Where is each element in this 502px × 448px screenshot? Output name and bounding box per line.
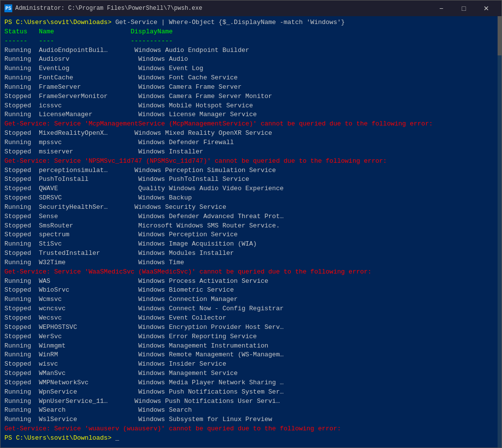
name-sep: ---- xyxy=(39,37,54,45)
error-line: Get-Service: Service 'WaaSMedicSvc (WaaS… xyxy=(4,268,498,277)
status-sep: ------ xyxy=(4,37,27,45)
list-item: Stopped WerSvc Windows Error Reporting S… xyxy=(4,332,498,342)
error-line: Get-Service: Service 'McpManagementServi… xyxy=(4,120,498,129)
final-prompt: PS C:\Users\sovit\Downloads> xyxy=(4,434,111,442)
command-text: Get-Service | Where-Object {$_.DisplayNa… xyxy=(111,19,345,26)
name-header: Name xyxy=(39,28,54,35)
list-item: Running WinRM Windows Remote Management … xyxy=(4,350,498,360)
list-item: Stopped spectrum Windows Perception Serv… xyxy=(4,230,498,240)
title-bar-controls: − □ ✕ xyxy=(430,0,498,16)
terminal-output: PS C:\Users\sovit\Downloads> Get-Service… xyxy=(0,16,502,448)
list-item: Stopped msiserver Windows Installer xyxy=(4,148,498,157)
displayname-header: DisplayName xyxy=(130,28,173,35)
list-item: Stopped wcncsvc Windows Connect Now - Co… xyxy=(4,304,498,314)
list-item: Stopped Wecsvc Windows Event Collector xyxy=(4,314,498,323)
powershell-window: PS Administrator: C:\Program Files\Power… xyxy=(0,0,502,448)
final-prompt-line: PS C:\Users\sovit\Downloads> _ xyxy=(4,434,498,443)
list-item: Running LicenseManager Windows License M… xyxy=(4,110,498,120)
list-item: Stopped FrameServerMonitor Windows Camer… xyxy=(4,92,498,101)
close-button[interactable]: ✕ xyxy=(475,0,498,16)
display-sep: ----------- xyxy=(130,37,173,45)
title-bar: PS Administrator: C:\Program Files\Power… xyxy=(0,0,502,16)
list-item: Running StiSvc Windows Image Acquisition… xyxy=(4,240,498,249)
list-item: Running mpssvc Windows Defender Firewall xyxy=(4,138,498,148)
list-item: Stopped SmsRouter Microsoft Windows SMS … xyxy=(4,222,498,231)
list-item: Stopped MixedRealityOpenX… Windows Mixed… xyxy=(4,129,498,138)
title-bar-text: Administrator: C:\Program Files\PowerShe… xyxy=(15,5,202,12)
list-item: Running WslService Windows Subsystem for… xyxy=(4,415,498,424)
list-item: Running WAS Windows Process Activation S… xyxy=(4,277,498,286)
list-item: Running AudioEndpointBuil… Windows Audio… xyxy=(4,46,498,55)
list-item: Running WpnService Windows Push Notifica… xyxy=(4,388,498,397)
list-item: Stopped SDRSVC Windows Backup xyxy=(4,194,498,203)
list-item: Running SecurityHealthSer… Windows Secur… xyxy=(4,203,498,212)
list-item: Running FrameServer Windows Camera Frame… xyxy=(4,83,498,92)
list-item: Stopped PushToInstall Windows PushToInst… xyxy=(4,175,498,184)
list-item: Stopped WMPNetworkSvc Windows Media Play… xyxy=(4,378,498,388)
scrollbar-thumb[interactable] xyxy=(498,16,502,55)
list-item: Stopped Sense Windows Defender Advanced … xyxy=(4,212,498,222)
list-item: Running Wcmsvc Windows Connection Manage… xyxy=(4,295,498,304)
prompt-ps: PS C:\Users\sovit\Downloads> xyxy=(4,19,111,26)
title-bar-left: PS Administrator: C:\Program Files\Power… xyxy=(4,4,202,12)
list-item: Stopped TrustedInstaller Windows Modules… xyxy=(4,249,498,258)
status-header: Status xyxy=(4,28,27,35)
list-item: Stopped WEPHOSTSVC Windows Encryption Pr… xyxy=(4,323,498,332)
prompt-line: PS C:\Users\sovit\Downloads> Get-Service… xyxy=(4,18,498,27)
header-line: Status Name DisplayName xyxy=(4,27,498,37)
list-item: Running Audiosrv Windows Audio xyxy=(4,55,498,64)
list-item: Stopped icssvc Windows Mobile Hotspot Se… xyxy=(4,101,498,111)
maximize-button[interactable]: □ xyxy=(452,0,475,16)
list-item: Stopped WManSvc Windows Management Servi… xyxy=(4,369,498,378)
cursor: _ xyxy=(111,434,119,442)
separator-line: ------ ---- ----------- xyxy=(4,37,498,46)
list-item: Running FontCache Windows Font Cache Ser… xyxy=(4,74,498,83)
list-item: Running WpnUserService_11… Windows Push … xyxy=(4,397,498,406)
list-item: Running Winmgmt Windows Management Instr… xyxy=(4,342,498,351)
scrollbar[interactable] xyxy=(498,16,502,448)
error-line: Get-Service: Service 'wuauserv (wuauserv… xyxy=(4,424,498,434)
list-item: Stopped QWAVE Quality Windows Audio Vide… xyxy=(4,184,498,194)
list-item: Running WSearch Windows Search xyxy=(4,406,498,415)
list-item: Running W32Time Windows Time xyxy=(4,258,498,268)
list-item: Stopped WbioSrvc Windows Biometric Servi… xyxy=(4,286,498,295)
powershell-icon: PS xyxy=(4,4,12,12)
list-item: Stopped perceptionsimulat… Windows Perce… xyxy=(4,166,498,175)
minimize-button[interactable]: − xyxy=(430,0,452,16)
list-item: Running EventLog Windows Event Log xyxy=(4,64,498,74)
list-item: Stopped wisvc Windows Insider Service xyxy=(4,360,498,369)
error-line: Get-Service: Service 'NPSMSvc_11d747 (NP… xyxy=(4,157,498,166)
